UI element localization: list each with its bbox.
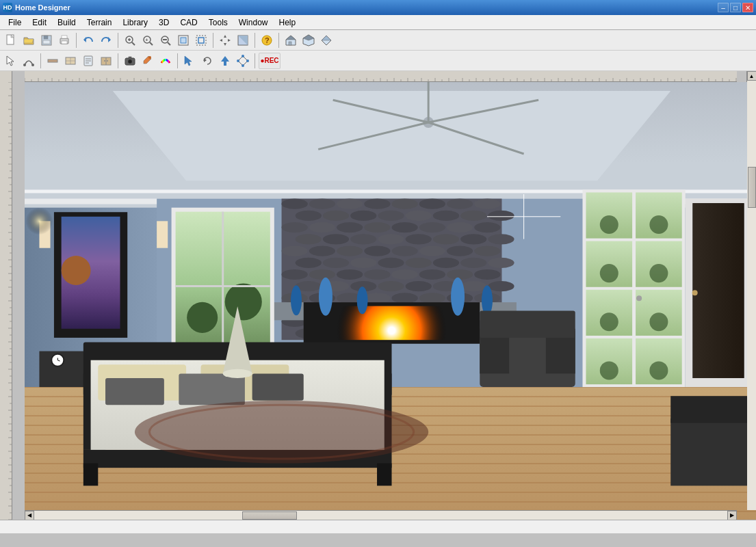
app-icon: HD [3,3,12,12]
svg-rect-0 [7,35,14,44]
menu-cad[interactable]: CAD [174,16,203,29]
svg-point-41 [31,64,34,66]
render-btn[interactable] [122,53,138,69]
zoom-box-btn[interactable] [193,32,209,49]
svg-rect-34 [289,42,291,45]
catalog-btn[interactable] [80,53,96,69]
left-ruler [0,71,12,520]
3d-viewport[interactable] [25,82,756,520]
svg-marker-63 [238,56,248,66]
svg-point-65 [246,59,249,62]
bottom-scrollbar: ◀ ▶ [25,510,737,520]
up-arrow-btn[interactable] [217,53,233,69]
sep1 [76,33,77,48]
rec-label: ●REC [260,57,278,64]
menu-terrain[interactable]: Terrain [81,16,118,29]
right-scrollbar: ▲ ▼ [746,71,756,520]
svg-rect-22 [196,36,206,45]
menu-window[interactable]: Window [233,16,274,29]
select-tool-btn[interactable] [3,53,19,69]
open-btn[interactable] [21,32,37,49]
help-btn[interactable]: ? [259,32,275,49]
house1-btn[interactable] [283,32,299,49]
print-btn[interactable] [56,32,73,49]
h-scroll-thumb[interactable] [242,511,297,520]
svg-line-11 [132,42,135,45]
scroll-right-btn[interactable]: ▶ [727,511,737,520]
rotate-btn[interactable] [199,53,216,69]
redo-btn[interactable] [98,32,114,49]
arrows-pan-btn[interactable] [217,32,233,49]
menu-bar: File Edit Build Terrain Library 3D CAD T… [0,15,756,30]
zoom-magnify-btn[interactable] [122,32,138,49]
zoom-in-btn[interactable]: + [140,32,156,49]
toolbar2: ●REC [0,51,756,71]
new-btn[interactable] [3,32,19,49]
h-scroll-track[interactable] [34,511,727,520]
sep7 [118,53,118,68]
menu-tools[interactable]: Tools [203,16,233,29]
close-btn[interactable]: ✕ [742,3,753,12]
scroll-left-btn[interactable]: ◀ [25,511,34,520]
curve-tool-btn[interactable] [21,53,37,69]
svg-marker-25 [224,43,226,46]
svg-line-18 [168,42,170,45]
v-scroll-thumb[interactable] [748,167,756,208]
house3-btn[interactable] [318,32,335,49]
svg-rect-4 [43,40,50,44]
scene-canvas[interactable] [25,82,756,520]
svg-marker-24 [224,35,226,38]
wall-tool-btn[interactable] [44,53,61,69]
svg-marker-27 [228,39,231,42]
sep5 [278,33,279,48]
menu-help[interactable]: Help [273,16,301,29]
toolbar1: + ? [0,30,756,51]
svg-marker-39 [7,56,14,66]
menu-file[interactable]: File [3,16,27,29]
save-btn[interactable] [38,32,55,49]
menu-edit[interactable]: Edit [27,16,52,29]
status-bar [0,520,756,533]
cabinet-btn[interactable] [98,53,114,69]
zoom-out-btn[interactable] [157,32,174,49]
sep4 [255,33,255,48]
zoom-fit-btn[interactable] [175,32,192,49]
svg-rect-136 [25,71,737,82]
top-ruler [25,71,737,82]
pointer2-btn[interactable] [181,53,198,69]
scroll-up-btn[interactable]: ▲ [747,71,757,81]
svg-rect-6 [62,36,67,38]
maximize-btn[interactable]: □ [730,3,741,12]
svg-rect-57 [129,57,131,59]
title-bar: HD Home Designer – □ ✕ [0,0,756,15]
svg-point-56 [129,60,131,63]
paint-btn[interactable] [140,53,156,69]
svg-point-40 [23,64,26,66]
menu-build[interactable]: Build [52,16,81,29]
svg-point-58 [148,56,151,59]
undo-btn[interactable] [80,32,96,49]
minimize-btn[interactable]: – [718,3,729,12]
sep6 [40,53,41,68]
title-left: HD Home Designer [3,3,70,12]
v-scroll-track[interactable] [747,81,757,510]
main-area: ◀ ▶ ▲ ▼ [0,71,756,533]
rec-btn[interactable]: ●REC [259,53,281,69]
svg-point-66 [242,64,244,67]
svg-rect-23 [198,38,204,43]
svg-rect-7 [62,41,67,44]
sep9 [255,53,255,68]
svg-rect-62 [224,62,226,66]
sep8 [177,53,178,68]
transform-btn[interactable] [235,53,251,69]
svg-text:?: ? [265,36,270,44]
fill-view-btn[interactable] [235,32,251,49]
house2-btn[interactable] [300,32,317,49]
svg-marker-9 [108,37,111,42]
menu-library[interactable]: Library [117,16,153,29]
floor-tool-btn[interactable] [62,53,79,69]
menu-3d[interactable]: 3D [153,16,174,29]
svg-marker-8 [83,37,86,42]
material-btn[interactable] [157,53,174,69]
svg-marker-26 [220,39,222,42]
